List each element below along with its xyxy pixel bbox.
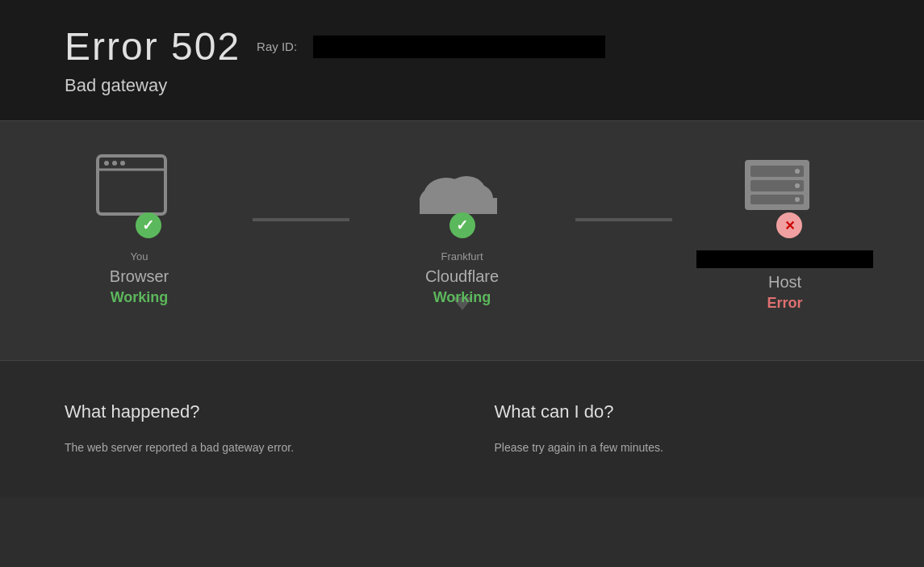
browser-location: You [131,250,148,262]
cloudflare-status-badge: ✓ [449,212,475,238]
browser-status: Working [111,289,169,306]
connector-2 [575,218,672,221]
connector-1 [253,218,349,221]
host-redacted: ██████████████ [696,250,873,268]
svg-point-12 [795,169,800,174]
what-happened-heading: What happened? [65,401,430,422]
status-nodes: ✓ You Browser Working ✓ Frankfurt Cloudf… [0,153,924,312]
error-code: Error 502 [65,24,240,69]
status-section: ✓ You Browser Working ✓ Frankfurt Cloudf… [0,121,924,361]
host-name: Host [768,273,801,292]
svg-point-16 [795,197,800,202]
host-icon-wrapper: ✕ [741,153,830,234]
server-icon [741,153,813,216]
error-subtitle: Bad gateway [65,75,859,96]
status-node-browser: ✓ You Browser Working [27,153,253,306]
svg-point-2 [104,161,109,166]
status-node-host: ✕ ██████████████ Host Error [672,153,898,312]
host-status: Error [767,295,802,312]
browser-status-badge: ✓ [136,212,161,238]
ray-id-value: •••••••••••••••••••••••• [313,36,605,58]
browser-icon-wrapper: ✓ [95,153,184,234]
svg-point-4 [120,161,125,166]
cloudflare-name: Cloudflare [425,267,499,286]
header-section: Error 502 Ray ID: ••••••••••••••••••••••… [0,0,924,121]
svg-point-14 [795,183,800,188]
svg-rect-9 [420,198,497,214]
cloudflare-icon-wrapper: ✓ [414,153,511,234]
info-left: What happened? The web server reported a… [65,401,430,456]
browser-name: Browser [110,267,169,286]
cloudflare-status: Working [433,289,491,306]
what-happened-text: The web server reported a bad gateway er… [65,439,430,456]
what-can-i-do-text: Please try again in a few minutes. [495,439,860,456]
info-section: What happened? The web server reported a… [0,361,924,497]
cloudflare-location: Frankfurt [441,250,483,262]
cloud-icon [414,153,503,216]
browser-icon [95,153,168,216]
status-node-cloudflare: ✓ Frankfurt Cloudflare Working [349,153,575,306]
ray-id-label: Ray ID: [257,40,297,53]
svg-point-3 [112,161,117,166]
what-can-i-do-heading: What can I do? [495,401,860,422]
host-status-badge: ✕ [776,212,802,238]
info-right: What can I do? Please try again in a few… [495,401,860,456]
